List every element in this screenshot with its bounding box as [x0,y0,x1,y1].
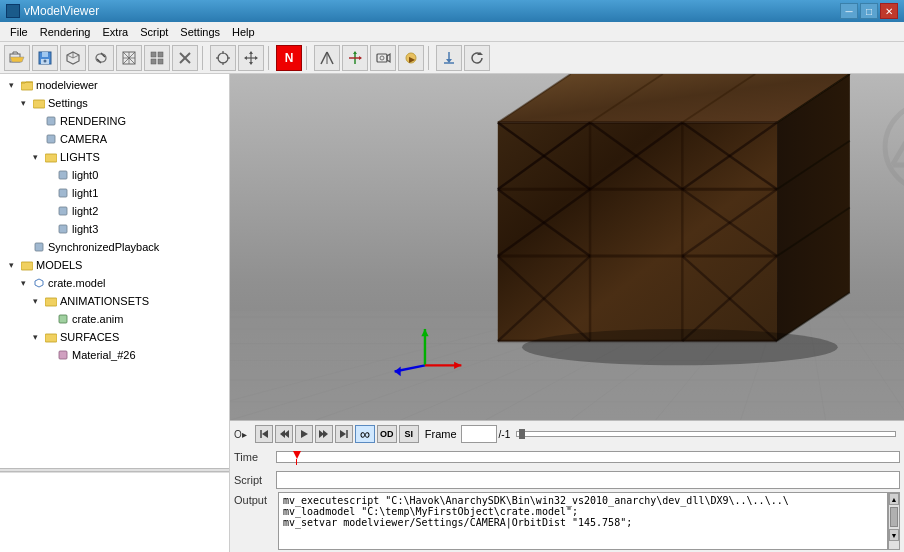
item-icon-camera [44,132,58,146]
tree-item-crate-anim[interactable]: ▸ crate.anim [0,310,229,328]
folder-icon-modelviewer [20,78,34,92]
tree-label-light3: light3 [72,223,98,235]
svg-rect-5 [96,54,106,62]
tree-item-light0[interactable]: ▸ light0 [0,166,229,184]
toolbar-rotate-btn[interactable] [88,45,114,71]
toolbar-down-btn[interactable] [436,45,462,71]
title-bar: vModelViewer ─ □ ✕ [0,0,904,22]
viewport-3d[interactable] [230,74,904,420]
toolbar-arm-btn[interactable] [314,45,340,71]
tree-item-modelviewer[interactable]: ▾ modelviewer [0,76,229,94]
svg-marker-128 [340,430,346,438]
tree-item-lights[interactable]: ▾ LIGHTS [0,148,229,166]
menu-rendering[interactable]: Rendering [34,24,97,40]
tree-toggle-animsets[interactable]: ▾ [28,294,42,308]
frame-total: /-1 [499,429,511,440]
svg-rect-56 [59,315,67,323]
tree-toggle-modelviewer[interactable]: ▾ [4,78,18,92]
tree-label-light2: light2 [72,205,98,217]
toolbar-move-btn[interactable] [238,45,264,71]
toolbar-refresh-btn[interactable] [464,45,490,71]
tree-label-surfaces: SURFACES [60,331,119,343]
tree-item-surfaces[interactable]: ▾ SURFACES [0,328,229,346]
menu-script[interactable]: Script [134,24,174,40]
frame-input[interactable] [461,425,497,443]
svg-rect-57 [45,334,57,342]
tree-item-settings[interactable]: ▾ Settings [0,94,229,112]
bottom-panel: O▸ ∞ [230,420,904,552]
close-button[interactable]: ✕ [880,3,898,19]
script-row: Script [234,469,900,491]
tree-item-crate-model[interactable]: ▾ crate.model [0,274,229,292]
maximize-button[interactable]: □ [860,3,878,19]
toolbar-grid-btn[interactable] [144,45,170,71]
slider-thumb [519,429,525,439]
od-toggle[interactable]: OD [377,425,397,443]
tree-toggle-surfaces[interactable]: ▾ [28,330,42,344]
toolbar-close-btn[interactable] [172,45,198,71]
output-scrollbar[interactable]: ▲ ▼ [888,492,900,550]
svg-rect-45 [33,100,45,108]
menu-settings[interactable]: Settings [174,24,226,40]
scroll-up-arrow[interactable]: ▲ [889,493,899,505]
minimize-button[interactable]: ─ [840,3,858,19]
play-btn[interactable] [295,425,313,443]
toolbar-cube-btn[interactable] [60,45,86,71]
playback-slider[interactable] [516,431,896,437]
loop-toggle[interactable]: ∞ [355,425,375,443]
toolbar-save-btn[interactable] [32,45,58,71]
toolbar-open-btn[interactable] [4,45,30,71]
tree-item-animsets[interactable]: ▾ ANIMATIONSETS [0,292,229,310]
step-back-btn[interactable] [275,425,293,443]
svg-marker-127 [323,430,328,438]
tree-spacer-light1: ▸ [40,186,54,200]
tree-item-syncplayback[interactable]: ▸ SynchronizedPlayback [0,238,229,256]
script-input[interactable] [276,471,900,489]
model-icon-crate [32,276,46,290]
time-label: Time [234,451,274,463]
folder-icon-settings [32,96,46,110]
toolbar-wireframe-btn[interactable] [116,45,142,71]
tree-item-camera[interactable]: ▸ CAMERA [0,130,229,148]
svg-rect-58 [59,351,67,359]
tree-item-models[interactable]: ▾ MODELS [0,256,229,274]
item-icon-light3 [56,222,70,236]
si-toggle[interactable]: SI [399,425,419,443]
menu-extra[interactable]: Extra [97,24,135,40]
output-text[interactable]: mv_executescript "C:\Havok\AnarchySDK\Bi… [278,492,888,550]
toolbar-cam-btn[interactable] [370,45,396,71]
scroll-thumb[interactable] [890,507,898,527]
svg-rect-51 [59,207,67,215]
tree-toggle-lights[interactable]: ▾ [28,150,42,164]
go-end-btn[interactable] [335,425,353,443]
tree-item-material26[interactable]: ▸ Material_#26 [0,346,229,364]
toolbar-joint-btn[interactable] [342,45,368,71]
svg-point-17 [218,53,228,63]
svg-rect-49 [59,171,67,179]
svg-marker-27 [255,56,258,60]
tree-toggle-crate[interactable]: ▾ [16,276,30,290]
toolbar-select-btn[interactable] [210,45,236,71]
tree-spacer-sync: ▸ [16,240,30,254]
tree-toggle-models[interactable]: ▾ [4,258,18,272]
item-icon-rendering [44,114,58,128]
toolbar-normal-btn[interactable]: N [276,45,302,71]
tree-spacer-light2: ▸ [40,204,54,218]
svg-marker-24 [249,51,253,54]
tree-spacer-light3: ▸ [40,222,54,236]
time-track[interactable] [276,451,900,463]
menu-help[interactable]: Help [226,24,261,40]
go-start-btn[interactable] [255,425,273,443]
tree-label-rendering: RENDERING [60,115,126,127]
scroll-down-arrow[interactable]: ▼ [889,529,899,541]
toolbar-render-btn[interactable]: ▶ [398,45,424,71]
tree-item-light2[interactable]: ▸ light2 [0,202,229,220]
svg-rect-2 [42,52,48,57]
si-label: SI [405,429,414,439]
step-fwd-btn[interactable] [315,425,333,443]
tree-item-light1[interactable]: ▸ light1 [0,184,229,202]
tree-item-rendering[interactable]: ▸ RENDERING [0,112,229,130]
tree-item-light3[interactable]: ▸ light3 [0,220,229,238]
tree-toggle-settings[interactable]: ▾ [16,96,30,110]
menu-file[interactable]: File [4,24,34,40]
